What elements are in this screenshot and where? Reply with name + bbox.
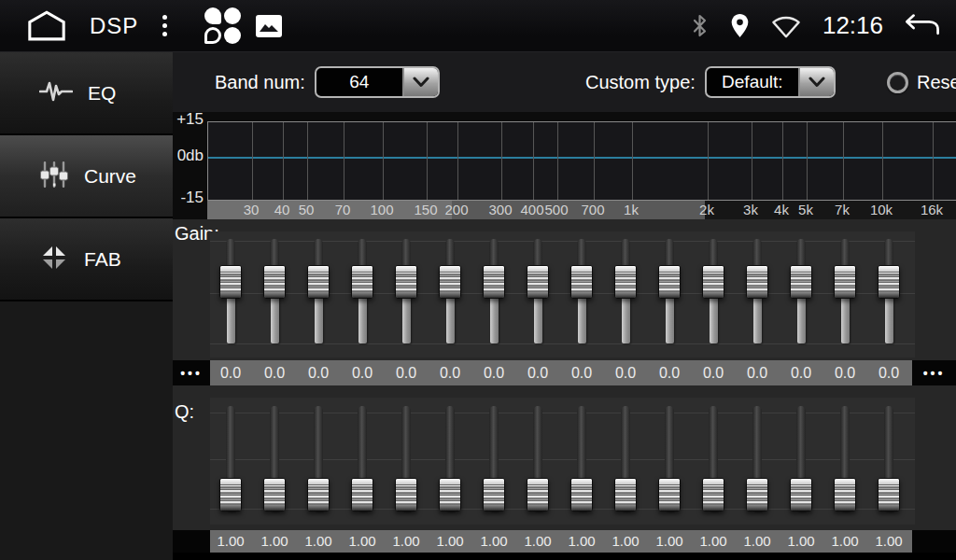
slider-knob[interactable] [483,478,505,511]
q-slider[interactable] [614,406,637,511]
q-slider[interactable] [219,406,242,511]
gain-slider[interactable] [878,239,900,343]
slider-knob[interactable] [834,265,856,299]
q-slider[interactable] [307,406,330,511]
slider-knob[interactable] [790,478,812,511]
gallery-icon[interactable] [255,14,283,38]
slider-knob[interactable] [483,265,505,299]
slider-knob[interactable] [570,478,593,511]
freq-gridline [344,122,344,200]
slider-knob[interactable] [395,478,417,511]
q-slider[interactable] [351,406,373,511]
chevron-down-icon[interactable] [402,68,438,96]
freq-tick-label: 100 [361,201,402,219]
freq-gridline [632,122,633,200]
sidebar-item-eq[interactable]: EQ [0,52,173,135]
gain-slider[interactable] [307,239,330,343]
back-icon[interactable] [904,13,943,38]
freq-gridline [933,122,934,200]
slider-knob[interactable] [658,265,681,299]
custom-type-value: Default: [707,68,798,96]
slider-knob[interactable] [439,265,461,299]
q-slider[interactable] [702,406,724,511]
q-slider[interactable] [790,406,812,511]
q-slider[interactable] [263,406,286,511]
q-slider[interactable] [439,406,461,511]
slider-knob[interactable] [395,265,417,299]
slider-knob[interactable] [702,265,724,299]
slider-knob[interactable] [527,265,549,299]
freq-gridline [501,122,502,200]
slider-knob[interactable] [658,478,681,511]
gain-more-left-button[interactable]: ••• [173,360,210,385]
eq-waveform-icon [39,78,73,108]
apps-clover-icon[interactable] [203,7,242,46]
slider-knob[interactable] [570,265,593,299]
band-num-select[interactable]: 64 [315,66,440,98]
y-axis-label-min: -15 [173,189,204,206]
slider-knob[interactable] [351,265,373,299]
custom-type-select[interactable]: Default: [705,66,836,98]
q-value: 1.00 [867,530,911,553]
q-slider[interactable] [395,406,417,511]
q-slider[interactable] [483,406,505,511]
gain-slider[interactable] [746,239,768,343]
q-slider[interactable] [570,406,593,511]
gain-value: 0.0 [823,360,867,385]
gain-slider[interactable] [702,239,724,343]
freq-tick-label: 50 [286,201,327,219]
gain-slider[interactable] [614,239,637,343]
gain-more-right-button[interactable]: ••• [912,360,956,385]
gain-slider[interactable] [395,239,417,343]
gain-slider[interactable] [439,239,461,343]
q-slider[interactable] [878,406,900,511]
reset-label: Reset [917,72,956,93]
gain-value: 0.0 [253,360,297,385]
slider-knob[interactable] [219,265,242,299]
slider-knob[interactable] [746,478,768,511]
slider-knob[interactable] [614,478,637,511]
gain-slider[interactable] [219,239,242,343]
q-slider[interactable] [658,406,681,511]
slider-knob[interactable] [219,478,242,511]
gain-slider[interactable] [570,239,593,343]
gain-slider[interactable] [263,239,286,343]
sidebar-item-fab[interactable]: FAB [0,218,173,301]
gain-slider[interactable] [790,239,812,343]
gain-slider[interactable] [658,239,681,343]
q-slider[interactable] [746,406,768,511]
slider-knob[interactable] [527,478,549,511]
gain-slider[interactable] [483,239,505,343]
slider-knob[interactable] [878,265,900,299]
freq-gridline [843,122,844,200]
gain-slider[interactable] [527,239,549,343]
slider-knob[interactable] [614,265,637,299]
gain-value: 0.0 [516,360,560,385]
q-section: Q: [173,385,956,530]
slider-knob[interactable] [439,478,461,511]
menu-dots-icon[interactable] [159,11,171,40]
slider-knob[interactable] [307,265,330,299]
slider-knob[interactable] [263,265,286,299]
gain-value: 0.0 [867,360,911,385]
gain-slider[interactable] [351,239,373,343]
chevron-down-icon[interactable] [798,68,834,96]
slider-knob[interactable] [746,265,768,299]
controls-bar: Band num: 64 Custom type: Default: Reset [173,52,956,112]
slider-knob[interactable] [878,478,900,511]
slider-knob[interactable] [351,478,373,511]
freq-tick-label: 5k [785,201,826,219]
reset-radio-button[interactable] [887,72,908,93]
slider-knob[interactable] [834,478,856,511]
slider-knob[interactable] [263,478,286,511]
sidebar-item-curve[interactable]: Curve [0,135,173,218]
gain-slider[interactable] [834,239,856,343]
band-num-label: Band num: [215,72,305,93]
q-slider[interactable] [834,406,856,511]
slider-knob[interactable] [702,478,724,511]
home-icon[interactable] [26,9,67,42]
slider-knob[interactable] [307,478,330,511]
q-value: 1.00 [253,530,297,553]
q-slider[interactable] [527,406,549,511]
slider-knob[interactable] [790,265,812,299]
